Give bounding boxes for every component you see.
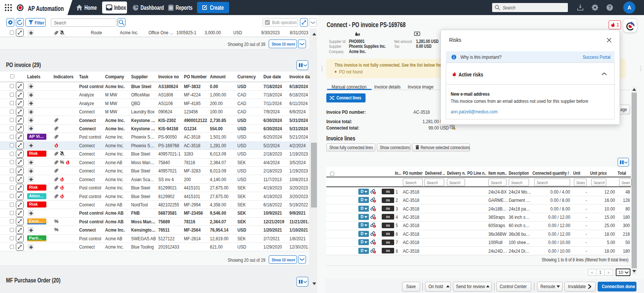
svg-text:?: ? xyxy=(608,5,611,10)
